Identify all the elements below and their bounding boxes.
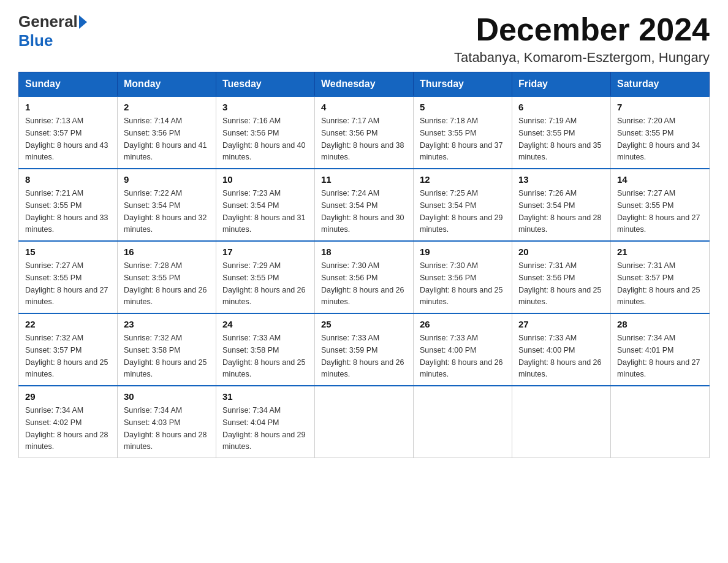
day-info: Sunrise: 7:21 AMSunset: 3:55 PMDaylight:… (25, 189, 108, 234)
day-info: Sunrise: 7:33 AMSunset: 4:00 PMDaylight:… (420, 334, 503, 378)
table-row: 13 Sunrise: 7:26 AMSunset: 3:54 PMDaylig… (512, 169, 611, 241)
table-row: 2 Sunrise: 7:14 AMSunset: 3:56 PMDayligh… (118, 96, 216, 169)
calendar-table: Sunday Monday Tuesday Wednesday Thursday… (18, 72, 710, 458)
day-info: Sunrise: 7:29 AMSunset: 3:55 PMDaylight:… (222, 261, 306, 306)
table-row: 21 Sunrise: 7:31 AMSunset: 3:57 PMDaylig… (611, 241, 710, 313)
table-row: 18 Sunrise: 7:30 AMSunset: 3:56 PMDaylig… (315, 241, 414, 313)
table-row: 25 Sunrise: 7:33 AMSunset: 3:59 PMDaylig… (315, 313, 414, 386)
table-row: 8 Sunrise: 7:21 AMSunset: 3:55 PMDayligh… (19, 169, 118, 241)
week-row-5: 29 Sunrise: 7:34 AMSunset: 4:02 PMDaylig… (19, 386, 710, 458)
day-info: Sunrise: 7:34 AMSunset: 4:04 PMDaylight:… (222, 406, 306, 451)
week-row-3: 15 Sunrise: 7:27 AMSunset: 3:55 PMDaylig… (19, 241, 710, 313)
table-row: 11 Sunrise: 7:24 AMSunset: 3:54 PMDaylig… (315, 169, 414, 241)
day-number: 29 (25, 391, 111, 402)
table-row (512, 386, 611, 458)
table-row: 27 Sunrise: 7:33 AMSunset: 4:00 PMDaylig… (512, 313, 611, 386)
logo-general-text: General (18, 12, 78, 31)
day-info: Sunrise: 7:31 AMSunset: 3:56 PMDaylight:… (518, 261, 602, 306)
day-number: 19 (420, 247, 506, 257)
table-row: 20 Sunrise: 7:31 AMSunset: 3:56 PMDaylig… (512, 241, 611, 313)
logo-blue-text: Blue (18, 31, 53, 50)
table-row: 14 Sunrise: 7:27 AMSunset: 3:55 PMDaylig… (611, 169, 710, 241)
day-number: 12 (420, 174, 506, 185)
table-row: 26 Sunrise: 7:33 AMSunset: 4:00 PMDaylig… (414, 313, 512, 386)
table-row: 16 Sunrise: 7:28 AMSunset: 3:55 PMDaylig… (118, 241, 216, 313)
day-info: Sunrise: 7:34 AMSunset: 4:01 PMDaylight:… (617, 334, 700, 378)
day-number: 5 (420, 102, 506, 112)
header-tuesday: Tuesday (216, 72, 315, 97)
table-row: 24 Sunrise: 7:33 AMSunset: 3:58 PMDaylig… (216, 313, 315, 386)
table-row: 3 Sunrise: 7:16 AMSunset: 3:56 PMDayligh… (216, 96, 315, 169)
day-number: 4 (321, 102, 407, 112)
table-row: 6 Sunrise: 7:19 AMSunset: 3:55 PMDayligh… (512, 96, 611, 169)
day-info: Sunrise: 7:14 AMSunset: 3:56 PMDaylight:… (124, 117, 207, 161)
month-title: December 2024 (454, 12, 710, 47)
day-info: Sunrise: 7:32 AMSunset: 3:58 PMDaylight:… (124, 334, 207, 378)
table-row: 30 Sunrise: 7:34 AMSunset: 4:03 PMDaylig… (118, 386, 216, 458)
day-info: Sunrise: 7:20 AMSunset: 3:55 PMDaylight:… (617, 117, 700, 161)
day-number: 14 (617, 174, 703, 185)
day-info: Sunrise: 7:23 AMSunset: 3:54 PMDaylight:… (222, 189, 306, 234)
table-row: 17 Sunrise: 7:29 AMSunset: 3:55 PMDaylig… (216, 241, 315, 313)
logo: General Blue (18, 12, 88, 50)
header-wednesday: Wednesday (315, 72, 414, 97)
table-row: 23 Sunrise: 7:32 AMSunset: 3:58 PMDaylig… (118, 313, 216, 386)
day-info: Sunrise: 7:34 AMSunset: 4:02 PMDaylight:… (25, 406, 108, 451)
table-row: 7 Sunrise: 7:20 AMSunset: 3:55 PMDayligh… (611, 96, 710, 169)
day-info: Sunrise: 7:26 AMSunset: 3:54 PMDaylight:… (518, 189, 602, 234)
day-number: 6 (518, 102, 604, 112)
day-number: 22 (25, 319, 111, 329)
day-info: Sunrise: 7:25 AMSunset: 3:54 PMDaylight:… (420, 189, 503, 234)
table-row: 9 Sunrise: 7:22 AMSunset: 3:54 PMDayligh… (118, 169, 216, 241)
day-info: Sunrise: 7:28 AMSunset: 3:55 PMDaylight:… (124, 261, 207, 306)
header-saturday: Saturday (611, 72, 710, 97)
day-info: Sunrise: 7:30 AMSunset: 3:56 PMDaylight:… (420, 261, 503, 306)
day-info: Sunrise: 7:32 AMSunset: 3:57 PMDaylight:… (25, 334, 108, 378)
day-number: 13 (518, 174, 604, 185)
day-info: Sunrise: 7:31 AMSunset: 3:57 PMDaylight:… (617, 261, 700, 306)
day-info: Sunrise: 7:33 AMSunset: 4:00 PMDaylight:… (518, 334, 602, 378)
title-section: December 2024 Tatabanya, Komarom-Eszterg… (454, 12, 710, 66)
day-number: 23 (124, 319, 210, 329)
day-number: 16 (124, 247, 210, 257)
table-row: 28 Sunrise: 7:34 AMSunset: 4:01 PMDaylig… (611, 313, 710, 386)
day-number: 24 (222, 319, 308, 329)
day-number: 8 (25, 174, 111, 185)
day-number: 11 (321, 174, 407, 185)
day-number: 25 (321, 319, 407, 329)
day-info: Sunrise: 7:19 AMSunset: 3:55 PMDaylight:… (518, 117, 602, 161)
day-info: Sunrise: 7:24 AMSunset: 3:54 PMDaylight:… (321, 189, 404, 234)
weekday-header-row: Sunday Monday Tuesday Wednesday Thursday… (19, 72, 710, 97)
day-info: Sunrise: 7:16 AMSunset: 3:56 PMDaylight:… (222, 117, 306, 161)
table-row: 31 Sunrise: 7:34 AMSunset: 4:04 PMDaylig… (216, 386, 315, 458)
table-row (611, 386, 710, 458)
logo-triangle-icon (79, 15, 87, 29)
day-number: 9 (124, 174, 210, 185)
table-row: 22 Sunrise: 7:32 AMSunset: 3:57 PMDaylig… (19, 313, 118, 386)
day-info: Sunrise: 7:17 AMSunset: 3:56 PMDaylight:… (321, 117, 404, 161)
day-number: 28 (617, 319, 703, 329)
table-row (414, 386, 512, 458)
header-friday: Friday (512, 72, 611, 97)
day-info: Sunrise: 7:33 AMSunset: 3:59 PMDaylight:… (321, 334, 404, 378)
table-row: 15 Sunrise: 7:27 AMSunset: 3:55 PMDaylig… (19, 241, 118, 313)
day-number: 17 (222, 247, 308, 257)
day-number: 3 (222, 102, 308, 112)
table-row: 5 Sunrise: 7:18 AMSunset: 3:55 PMDayligh… (414, 96, 512, 169)
day-number: 2 (124, 102, 210, 112)
day-number: 7 (617, 102, 703, 112)
day-number: 31 (222, 391, 308, 402)
header-thursday: Thursday (414, 72, 512, 97)
day-number: 27 (518, 319, 604, 329)
day-number: 21 (617, 247, 703, 257)
week-row-1: 1 Sunrise: 7:13 AMSunset: 3:57 PMDayligh… (19, 96, 710, 169)
day-number: 26 (420, 319, 506, 329)
table-row: 29 Sunrise: 7:34 AMSunset: 4:02 PMDaylig… (19, 386, 118, 458)
location-subtitle: Tatabanya, Komarom-Esztergom, Hungary (454, 50, 710, 66)
page-header: General Blue December 2024 Tatabanya, Ko… (18, 12, 710, 66)
day-info: Sunrise: 7:27 AMSunset: 3:55 PMDaylight:… (25, 261, 108, 306)
day-number: 1 (25, 102, 111, 112)
day-number: 10 (222, 174, 308, 185)
day-info: Sunrise: 7:13 AMSunset: 3:57 PMDaylight:… (25, 117, 108, 161)
day-info: Sunrise: 7:33 AMSunset: 3:58 PMDaylight:… (222, 334, 306, 378)
